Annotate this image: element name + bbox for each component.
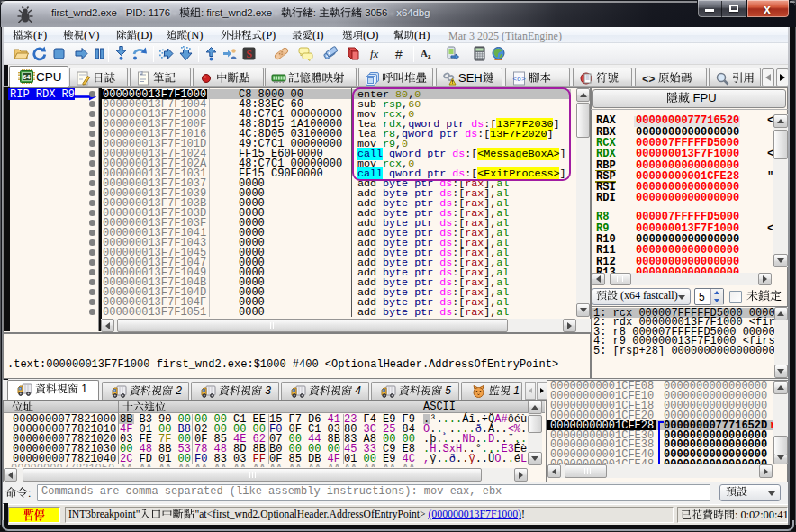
svg-text:#: # — [395, 47, 403, 61]
svg-text:fx: fx — [370, 47, 379, 60]
svg-text:S: S — [246, 48, 252, 60]
svg-text:64: 64 — [23, 74, 31, 80]
svg-text:<o>: <o> — [512, 75, 526, 83]
svg-text:!: ! — [452, 79, 454, 85]
svg-text:A: A — [421, 48, 428, 59]
svg-text:z: z — [428, 52, 431, 60]
svg-text:<>: <> — [642, 74, 655, 86]
